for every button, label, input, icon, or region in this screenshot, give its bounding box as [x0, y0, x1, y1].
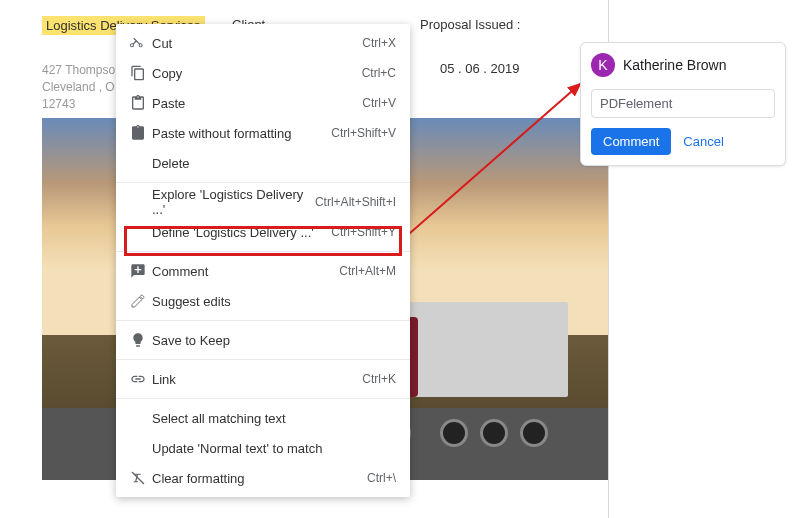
menu-explore[interactable]: Explore 'Logistics Delivery ...' Ctrl+Al…: [116, 187, 410, 217]
menu-comment[interactable]: Comment Ctrl+Alt+M: [116, 256, 410, 286]
menu-suggest[interactable]: Suggest edits: [116, 286, 410, 316]
menu-divider: [116, 320, 410, 321]
comment-actions: Comment Cancel: [591, 128, 775, 155]
menu-label: Copy: [152, 66, 362, 81]
address-line: Cleveland , O: [42, 79, 122, 96]
clear-format-icon: [130, 470, 152, 486]
menu-divider: [116, 251, 410, 252]
menu-clear-formatting[interactable]: Clear formatting Ctrl+\: [116, 463, 410, 493]
menu-delete[interactable]: Delete: [116, 148, 410, 178]
menu-select-matching[interactable]: Select all matching text: [116, 403, 410, 433]
menu-label: Define 'Logistics Delivery ...': [152, 225, 331, 240]
menu-label: Delete: [152, 156, 396, 171]
menu-divider: [116, 398, 410, 399]
menu-shortcut: Ctrl+Shift+V: [331, 126, 396, 140]
menu-label: Cut: [152, 36, 362, 51]
menu-paste-no-fmt[interactable]: Paste without formatting Ctrl+Shift+V: [116, 118, 410, 148]
menu-label: Comment: [152, 264, 339, 279]
menu-label: Clear formatting: [152, 471, 367, 486]
menu-label: Paste without formatting: [152, 126, 331, 141]
menu-divider: [116, 182, 410, 183]
avatar: K: [591, 53, 615, 77]
menu-label: Link: [152, 372, 362, 387]
menu-shortcut: Ctrl+Shift+Y: [331, 225, 396, 239]
menu-shortcut: Ctrl+C: [362, 66, 396, 80]
comment-add-icon: [130, 263, 152, 279]
keep-icon: [130, 332, 152, 348]
menu-label: Paste: [152, 96, 362, 111]
menu-copy[interactable]: Copy Ctrl+C: [116, 58, 410, 88]
menu-shortcut: Ctrl+V: [362, 96, 396, 110]
menu-shortcut: Ctrl+X: [362, 36, 396, 50]
cancel-button[interactable]: Cancel: [679, 128, 727, 155]
author-name: Katherine Brown: [623, 57, 727, 73]
menu-divider: [116, 359, 410, 360]
comment-input[interactable]: [591, 89, 775, 118]
comment-popup: K Katherine Brown Comment Cancel: [580, 42, 786, 166]
comment-header: K Katherine Brown: [591, 53, 775, 77]
comment-button[interactable]: Comment: [591, 128, 671, 155]
context-menu: Cut Ctrl+X Copy Ctrl+C Paste Ctrl+V Past…: [116, 24, 410, 497]
menu-link[interactable]: Link Ctrl+K: [116, 364, 410, 394]
paste-plain-icon: [130, 125, 152, 141]
proposal-date: 05 . 06 . 2019: [440, 61, 520, 76]
menu-cut[interactable]: Cut Ctrl+X: [116, 28, 410, 58]
menu-label: Save to Keep: [152, 333, 396, 348]
cut-icon: [130, 35, 152, 51]
menu-shortcut: Ctrl+Alt+Shift+I: [315, 195, 396, 209]
link-icon: [130, 371, 152, 387]
annotation-arrow: [402, 80, 602, 260]
proposal-label: Proposal Issued :: [420, 17, 520, 32]
paste-icon: [130, 95, 152, 111]
menu-label: Select all matching text: [152, 411, 396, 426]
suggest-icon: [130, 293, 152, 309]
menu-shortcut: Ctrl+\: [367, 471, 396, 485]
address-block: 427 Thompson Cleveland , O 12743: [42, 62, 122, 112]
address-line: 12743: [42, 96, 122, 113]
menu-paste[interactable]: Paste Ctrl+V: [116, 88, 410, 118]
menu-label: Update 'Normal text' to match: [152, 441, 396, 456]
menu-label: Explore 'Logistics Delivery ...': [152, 187, 315, 217]
menu-shortcut: Ctrl+Alt+M: [339, 264, 396, 278]
copy-icon: [130, 65, 152, 81]
menu-keep[interactable]: Save to Keep: [116, 325, 410, 355]
menu-define[interactable]: Define 'Logistics Delivery ...' Ctrl+Shi…: [116, 217, 410, 247]
menu-shortcut: Ctrl+K: [362, 372, 396, 386]
address-line: 427 Thompson: [42, 62, 122, 79]
svg-line-1: [402, 84, 580, 240]
menu-label: Suggest edits: [152, 294, 396, 309]
menu-update-normal[interactable]: Update 'Normal text' to match: [116, 433, 410, 463]
